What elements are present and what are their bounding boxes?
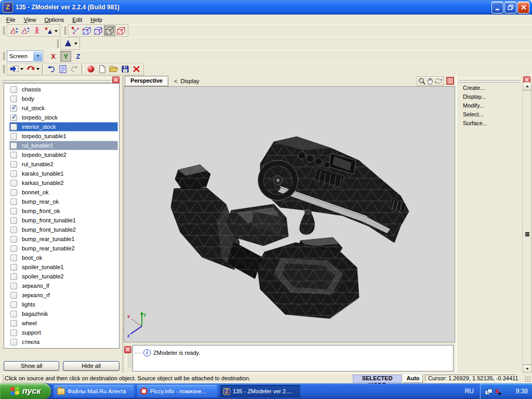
visibility-checkbox[interactable] (10, 301, 17, 308)
axis-y-button[interactable]: Y (60, 51, 71, 62)
object-list-item[interactable]: зеркало_lf (9, 281, 118, 290)
log-output[interactable]: ZModeler is ready. (132, 345, 454, 371)
commands-menu-item[interactable]: Surface... (457, 119, 522, 128)
restore-button[interactable] (504, 2, 516, 14)
visibility-checkbox[interactable] (10, 339, 17, 345)
export-dropdown[interactable] (36, 68, 39, 72)
visibility-checkbox[interactable] (10, 236, 17, 243)
vertices-level-button[interactable] (70, 25, 81, 36)
combo-dropdown-button[interactable] (33, 51, 43, 61)
start-button[interactable]: пуск (0, 383, 51, 399)
attach-tool-button[interactable] (8, 25, 20, 36)
visibility-checkbox[interactable] (10, 283, 17, 289)
viewport-mode-button[interactable]: Perspective (125, 76, 168, 86)
visibility-checkbox[interactable] (10, 320, 17, 327)
object-list-item[interactable]: torpedo_stock (9, 113, 118, 122)
commands-scrollbar[interactable] (523, 82, 531, 373)
save-file-button[interactable] (119, 64, 131, 74)
visibility-checkbox[interactable] (10, 133, 17, 140)
object-list-item[interactable]: стекла (9, 337, 118, 347)
visibility-checkbox[interactable] (10, 255, 17, 261)
visibility-checkbox[interactable] (10, 161, 17, 168)
visibility-checkbox[interactable] (10, 189, 17, 196)
object-list-item[interactable]: bump_front_ok (9, 206, 118, 216)
menu-item[interactable]: Help (86, 16, 107, 24)
hide-all-button[interactable]: Hide all (63, 361, 119, 371)
viewport-canvas[interactable]: x y z (124, 86, 455, 342)
cone-tool-dropdown[interactable] (74, 43, 77, 46)
visibility-checkbox[interactable] (10, 217, 17, 224)
animate-tool-button[interactable] (31, 25, 43, 36)
toolbar-grip[interactable] (2, 26, 5, 35)
object-list-item[interactable]: spoiler_tunable1 (9, 262, 118, 272)
visibility-checkbox[interactable] (10, 329, 17, 336)
scroll-up-button[interactable] (523, 82, 531, 90)
visibility-checkbox[interactable] (10, 180, 17, 187)
auto-badge[interactable]: Auto (403, 375, 423, 383)
zoom-tool-button[interactable] (418, 77, 426, 85)
object-list-item[interactable]: bump_rear_ok (9, 197, 118, 206)
coordinate-space-select[interactable]: Screen (7, 50, 43, 62)
visibility-checkbox[interactable] (10, 227, 17, 233)
object-list-item[interactable]: support (9, 328, 118, 337)
object-list-item[interactable]: wheel (9, 318, 118, 328)
visibility-checkbox[interactable] (10, 273, 17, 280)
detach-tool-button[interactable] (20, 25, 31, 36)
log-panel-grip[interactable] (126, 354, 129, 368)
redo-button[interactable] (69, 64, 80, 74)
antivirus-icon[interactable]: K (495, 387, 500, 395)
scene-level-button[interactable] (115, 25, 127, 36)
edges-level-button[interactable] (81, 25, 92, 36)
object-list-item[interactable]: lights (9, 300, 118, 309)
group-tool-button[interactable] (43, 25, 54, 36)
commands-menu-item[interactable]: Create... (457, 84, 522, 92)
minimize-button[interactable] (491, 2, 503, 14)
history-list-button[interactable] (57, 64, 69, 74)
import-button[interactable] (8, 64, 20, 74)
cone-tool-button[interactable] (62, 38, 74, 49)
panel-grip[interactable] (2, 77, 111, 81)
export-button[interactable] (24, 64, 36, 74)
axis-z-button[interactable]: Z (73, 51, 83, 61)
polygons-level-button[interactable] (92, 25, 104, 36)
visibility-checkbox[interactable] (10, 96, 17, 102)
object-list-item[interactable]: karaks_tunable1 (9, 169, 118, 178)
visibility-checkbox[interactable] (10, 245, 17, 252)
resize-grip[interactable] (525, 376, 531, 382)
visibility-checkbox[interactable] (10, 152, 17, 158)
object-list[interactable]: chassis body rul_stock torpedo_stock int… (4, 83, 119, 349)
visibility-checkbox[interactable] (10, 124, 17, 130)
object-list-item[interactable]: bump_rear_tunable1 (9, 234, 118, 244)
task-button[interactable]: Piccy.info - пожизне... (137, 385, 217, 397)
breadcrumb[interactable]: Display (180, 78, 199, 84)
object-list-item[interactable]: spoiler_tunable2 (9, 272, 118, 281)
log-close-button[interactable] (124, 346, 131, 353)
object-list-item[interactable]: rul_tunable1 (9, 141, 118, 150)
show-all-button[interactable]: Show all (4, 361, 59, 371)
commands-menu-item[interactable]: Display... (457, 92, 522, 101)
object-list-item[interactable]: interior_stock (9, 122, 118, 131)
breadcrumb-back-arrow[interactable]: < (174, 78, 177, 84)
panel-close-button[interactable] (112, 76, 119, 84)
object-list-item[interactable]: rul_stock (9, 103, 118, 113)
object-list-item[interactable]: boot_ok (9, 253, 118, 262)
delete-button[interactable] (131, 64, 142, 74)
menu-item[interactable]: Edit (68, 16, 86, 24)
group-tool-dropdown[interactable] (55, 30, 58, 34)
maximize-viewport-button[interactable] (446, 77, 454, 85)
task-button[interactable]: Z 135 - ZModeler ver 2.... (220, 385, 300, 397)
open-file-button[interactable] (108, 64, 119, 74)
object-list-item[interactable]: karkas_tunable2 (9, 178, 118, 188)
object-list-item[interactable]: bump_front_tunable2 (9, 225, 118, 234)
visibility-checkbox[interactable] (10, 114, 17, 121)
material-editor-button[interactable] (85, 64, 97, 74)
object-list-item[interactable]: body (9, 94, 118, 103)
visibility-checkbox[interactable] (10, 208, 17, 215)
visibility-checkbox[interactable] (10, 264, 17, 271)
commands-menu-item[interactable]: Select... (457, 110, 522, 119)
scrollbar-thumb[interactable] (523, 90, 531, 365)
visibility-checkbox[interactable] (10, 198, 17, 205)
menu-item[interactable]: View (20, 16, 41, 24)
object-list-item[interactable]: chassis (9, 85, 118, 94)
orbit-tool-button[interactable] (434, 77, 443, 85)
